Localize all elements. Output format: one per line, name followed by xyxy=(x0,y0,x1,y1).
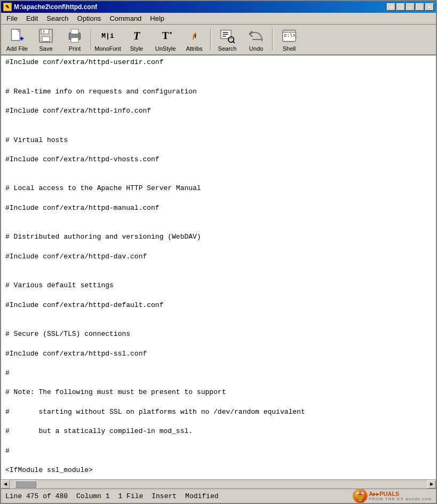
style-label: Style xyxy=(130,45,143,52)
attribs-button[interactable]: 𝓯f Attribs xyxy=(180,26,208,53)
hscroll-left-btn[interactable]: ◀ xyxy=(1,480,10,489)
editor-line: # xyxy=(5,446,432,456)
menu-options[interactable]: Options xyxy=(73,13,106,23)
title-bar: ✎ M:\apache2\conf\httpd.conf ↺ ❐ — □ ✕ xyxy=(1,1,436,13)
editor-line: # Real-time info on requests and configu… xyxy=(5,87,432,97)
editor-line: # Distributed authoring and versioning (… xyxy=(5,232,432,242)
maximize-btn[interactable]: □ xyxy=(416,3,424,11)
editor-line: # but a statically compiled-in mod_ssl. xyxy=(5,427,432,436)
menu-edit[interactable]: Edit xyxy=(22,13,42,23)
editor-line: #Include conf/extra/httpd-ssl.conf xyxy=(5,349,432,359)
unstyle-button[interactable]: T• UnStyle xyxy=(152,26,179,53)
shell-icon: c:\>_ xyxy=(281,27,298,44)
svg-rect-10 xyxy=(71,29,78,34)
editor-line: #Include conf/extra/httpd-info.conf xyxy=(5,106,432,116)
brand-logo: A▸▸PUALS FROM THE EX wsxdn.com xyxy=(353,489,432,503)
restore-btn[interactable]: ❐ xyxy=(396,3,405,11)
toolbar-sep-3 xyxy=(272,29,273,50)
svg-rect-8 xyxy=(43,30,45,33)
undo-icon xyxy=(248,27,265,44)
menu-bar: File Edit Search Options Command Help xyxy=(1,13,436,25)
logo-brand-text: A▸▸PUALS xyxy=(369,491,432,497)
svg-line-18 xyxy=(233,42,235,44)
search-button[interactable]: Search xyxy=(213,26,241,53)
editor-line: # xyxy=(5,368,432,378)
save-icon xyxy=(37,27,54,44)
monofont-button[interactable]: M|i MonoFont xyxy=(94,26,122,53)
window-controls: ↺ ❐ — □ ✕ xyxy=(387,3,434,11)
editor-line: # Note: The following must must be prese… xyxy=(5,388,432,397)
style-button[interactable]: T Style xyxy=(123,26,150,53)
undo-label: Undo xyxy=(249,45,263,52)
hscroll-bar: ◀ ▶ xyxy=(1,479,436,488)
shell-button[interactable]: c:\>_ Shell xyxy=(275,26,303,53)
attribs-label: Attribs xyxy=(186,45,202,52)
monofont-icon: M|i xyxy=(99,27,116,44)
print-label: Print xyxy=(69,45,81,52)
style-icon: T xyxy=(128,27,145,44)
menu-help[interactable]: Help xyxy=(146,13,169,23)
logo-circle-icon xyxy=(353,489,368,503)
editor[interactable]: #Include conf/extra/httpd-userdir.conf #… xyxy=(1,56,436,479)
svg-rect-21 xyxy=(283,30,296,33)
editor-line: #Include conf/extra/httpd-default.conf xyxy=(5,301,432,310)
main-window: ✎ M:\apache2\conf\httpd.conf ↺ ❐ — □ ✕ F… xyxy=(0,0,437,504)
logo-text: A▸▸PUALS FROM THE EX wsxdn.com xyxy=(369,491,432,502)
svg-rect-11 xyxy=(71,38,78,43)
column-info: Column 1 xyxy=(76,492,109,500)
toolbar-sep-2 xyxy=(210,29,211,50)
print-button[interactable]: Print xyxy=(61,26,89,53)
save-label: Save xyxy=(39,45,52,52)
menu-search[interactable]: Search xyxy=(42,13,73,23)
unstyle-icon: T• xyxy=(157,27,174,44)
editor-line: # starting without SSL on platforms with… xyxy=(5,407,432,417)
close-btn[interactable]: ✕ xyxy=(425,3,434,11)
editor-line: # Secure (SSL/TLS) connections xyxy=(5,329,432,339)
attribs-icon: 𝓯f xyxy=(186,27,203,44)
status-bar: Line 475 of 480 Column 1 1 File Insert M… xyxy=(1,488,436,503)
window-title: M:\apache2\conf\httpd.conf xyxy=(14,3,97,11)
mode-info: Insert xyxy=(152,492,177,500)
editor-line: #Include conf/extra/httpd-userdir.conf xyxy=(5,58,432,67)
editor-line: #Include conf/extra/httpd-dav.conf xyxy=(5,252,432,262)
hscroll-thumb[interactable] xyxy=(15,481,36,488)
addfile-button[interactable]: Add File xyxy=(3,26,31,53)
addfile-label: Add File xyxy=(6,45,28,52)
editor-line: <IfModule ssl_module> xyxy=(5,466,432,475)
search-label: Search xyxy=(218,45,237,52)
editor-line: # Virtual hosts xyxy=(5,136,432,145)
editor-line: # Local access to the Apache HTTP Server… xyxy=(5,184,432,193)
menu-command[interactable]: Command xyxy=(105,13,146,23)
hscroll-track[interactable] xyxy=(10,480,427,489)
hscroll-right-btn[interactable]: ▶ xyxy=(427,480,436,489)
svg-rect-7 xyxy=(42,37,50,42)
svg-text:c:\>_: c:\>_ xyxy=(284,33,297,38)
title-bar-left: ✎ M:\apache2\conf\httpd.conf xyxy=(3,3,97,11)
app-icon: ✎ xyxy=(3,3,12,11)
shell-label: Shell xyxy=(283,45,296,52)
line-info: Line 475 of 480 xyxy=(5,492,68,500)
minimize-btn[interactable]: — xyxy=(406,3,415,11)
print-icon xyxy=(66,27,83,44)
editor-line: #Include conf/extra/httpd-manual.conf xyxy=(5,203,432,213)
search-icon xyxy=(219,27,236,44)
svg-rect-6 xyxy=(41,29,49,34)
toolbar: Add File Save xyxy=(1,25,436,56)
unstyle-label: UnStyle xyxy=(155,45,176,52)
state-info: Modified xyxy=(185,492,218,500)
undo-button[interactable]: Undo xyxy=(242,26,270,53)
save-button[interactable]: Save xyxy=(32,26,60,53)
editor-line: #Include conf/extra/httpd-vhosts.conf xyxy=(5,155,432,164)
toolbar-sep-1 xyxy=(91,29,92,50)
files-info: 1 File xyxy=(118,492,143,500)
editor-line: # Various default settings xyxy=(5,281,432,290)
svg-point-12 xyxy=(77,35,80,37)
monofont-label: MonoFont xyxy=(94,45,121,52)
content-area: #Include conf/extra/httpd-userdir.conf #… xyxy=(1,56,436,479)
refresh-btn[interactable]: ↺ xyxy=(387,3,395,11)
add-file-icon xyxy=(9,27,26,44)
logo-sub-text: FROM THE EX wsxdn.com xyxy=(369,497,432,502)
menu-file[interactable]: File xyxy=(2,13,22,23)
